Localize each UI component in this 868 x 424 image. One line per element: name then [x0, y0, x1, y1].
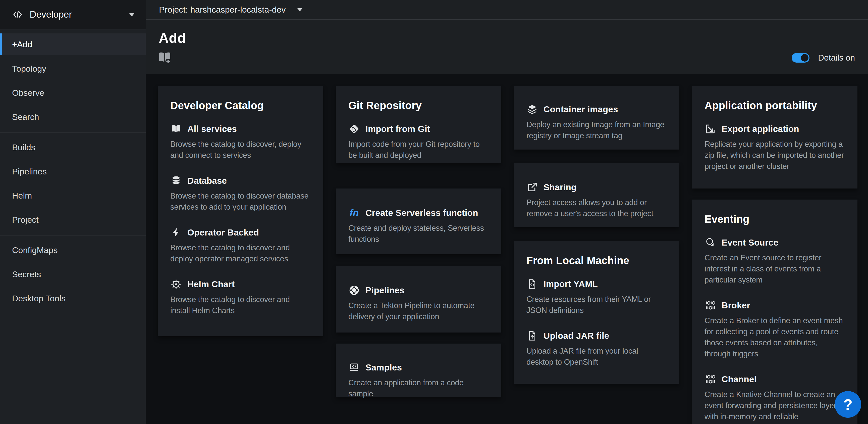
item-description: Create an Event source to register inter… [705, 252, 845, 285]
list-item: fn Create Serverless function Create and… [348, 207, 489, 245]
sidebar-item-observe[interactable]: Observe [0, 81, 146, 105]
event-source-icon [705, 237, 716, 248]
code-icon [12, 9, 23, 20]
card-title: Eventing [705, 213, 845, 225]
list-item: Container images Deploy an existing Imag… [526, 104, 667, 141]
item-description: Create resources from their YAML or JSON… [526, 294, 667, 316]
details-toggle-label: Details on [818, 53, 855, 63]
item-description: Create and deploy stateless, Serverless … [348, 223, 489, 245]
item-description: Replicate your application by exporting … [705, 139, 845, 172]
channel-icon [705, 373, 716, 385]
add-item-event-source[interactable]: Event Source [705, 237, 845, 248]
help-button[interactable]: ? [835, 391, 861, 418]
card-title: Git Repository [348, 100, 489, 112]
list-item: Helm Chart Browse the catalog to discove… [170, 279, 311, 316]
list-item: Event Source Create an Event source to r… [705, 237, 845, 285]
layers-icon [526, 104, 538, 115]
item-description: Create a Broker to define an event mesh … [705, 315, 845, 360]
project-selector[interactable]: Project: harshcasper-localsta-dev [146, 0, 868, 20]
card-eventing: Eventing Event Source Create an Event so… [692, 200, 858, 424]
item-description: Import code from your Git repository to … [348, 139, 489, 161]
card-samples: Samples Create an application from a cod… [336, 344, 501, 397]
sidebar-item-pipelines[interactable]: Pipelines [0, 159, 146, 183]
sidebar-item-configmaps[interactable]: ConfigMaps [0, 238, 146, 262]
chevron-down-icon [129, 13, 135, 16]
add-item-pipelines[interactable]: Pipelines [348, 284, 489, 296]
sidebar: Developer +Add Topology Observe Search B… [0, 0, 146, 424]
card-from-local-machine: From Local Machine Import YAML Create re… [514, 241, 679, 384]
page-header: Add Details on [146, 20, 868, 74]
card-title: Application portability [705, 100, 845, 112]
file-upload-icon [526, 330, 538, 342]
list-item: All services Browse the catalog to disco… [170, 123, 311, 161]
card-title: From Local Machine [526, 255, 667, 267]
project-selector-label: Project: harshcasper-localsta-dev [159, 5, 286, 15]
list-item: Database Browse the catalog to discover … [170, 175, 311, 213]
pipelines-icon [348, 284, 360, 296]
card-container-images: Container images Deploy an existing Imag… [514, 86, 679, 149]
sidebar-item-search[interactable]: Search [0, 105, 146, 129]
add-item-import-yaml[interactable]: Import YAML [526, 278, 667, 290]
item-description: Create a Tekton Pipeline to automate del… [348, 300, 489, 322]
helm-icon [170, 279, 182, 290]
bolt-icon [170, 227, 182, 238]
item-description: Create an application from a code sample [348, 377, 489, 399]
perspective-label: Developer [30, 9, 129, 20]
samples-icon [348, 362, 360, 373]
chevron-down-icon [298, 8, 302, 11]
add-item-create-serverless-function[interactable]: fn Create Serverless function [348, 207, 489, 219]
git-icon [348, 123, 360, 135]
card-pipelines: Pipelines Create a Tekton Pipeline to au… [336, 266, 501, 333]
item-description: Project access allows you to add or remo… [526, 197, 667, 219]
add-item-sharing[interactable]: Sharing [526, 181, 667, 193]
list-item: Broker Create a Broker to define an even… [705, 300, 845, 360]
add-item-export-application[interactable]: Export application [705, 123, 845, 135]
question-mark-icon: ? [843, 396, 853, 413]
add-item-channel[interactable]: Channel [705, 373, 845, 385]
toggle-knob [801, 54, 808, 62]
list-item: Pipelines Create a Tekton Pipeline to au… [348, 284, 489, 322]
guided-tour-book-plus-icon[interactable] [158, 51, 172, 64]
item-description: Deploy an existing Image from an Image r… [526, 119, 667, 141]
fn-icon: fn [348, 207, 360, 219]
list-item: Sharing Project access allows you to add… [526, 181, 667, 219]
database-icon [170, 175, 182, 187]
add-item-container-images[interactable]: Container images [526, 104, 667, 115]
add-item-upload-jar-file[interactable]: Upload JAR file [526, 330, 667, 342]
list-item: Channel Create a Knative Channel to crea… [705, 373, 845, 422]
sidebar-item-secrets[interactable]: Secrets [0, 262, 146, 286]
sidebar-item-desktop-tools[interactable]: Desktop Tools [0, 286, 146, 310]
add-item-import-from-git[interactable]: Import from Git [348, 123, 489, 135]
card-serverless-function: fn Create Serverless function Create and… [336, 189, 501, 254]
item-description: Browse the catalog to discover database … [170, 191, 311, 213]
sidebar-item-topology[interactable]: Topology [0, 57, 146, 81]
list-item: Samples Create an application from a cod… [348, 362, 489, 399]
item-description: Upload a JAR file from your local deskto… [526, 346, 667, 368]
nav-group-resources: Builds Pipelines Helm Project [0, 133, 146, 235]
item-description: Browse the catalog to discover and deplo… [170, 242, 311, 264]
card-title: Developer Catalog [170, 100, 311, 112]
add-item-operator-backed[interactable]: Operator Backed [170, 227, 311, 238]
export-icon [705, 123, 716, 135]
details-toggle[interactable] [792, 53, 809, 63]
list-item: Import YAML Create resources from their … [526, 278, 667, 316]
book-icon [170, 123, 182, 135]
add-item-all-services[interactable]: All services [170, 123, 311, 135]
share-icon [526, 181, 538, 193]
sidebar-item-builds[interactable]: Builds [0, 135, 146, 159]
card-application-portability: Application portability Export applicati… [692, 86, 858, 189]
file-code-icon [526, 278, 538, 290]
add-item-helm-chart[interactable]: Helm Chart [170, 279, 311, 290]
sidebar-item-helm[interactable]: Helm [0, 183, 146, 207]
add-item-broker[interactable]: Broker [705, 300, 845, 311]
nav-group-config: ConfigMaps Secrets Desktop Tools [0, 235, 146, 314]
details-toggle-row: Details on [792, 53, 855, 63]
sidebar-item-project[interactable]: Project [0, 207, 146, 232]
add-item-database[interactable]: Database [170, 175, 311, 187]
card-git-repository: Git Repository Import from Git Import co… [336, 86, 501, 163]
add-page-content: Developer Catalog All services Browse th… [146, 74, 868, 424]
sidebar-item-add[interactable]: +Add [0, 33, 146, 55]
add-item-samples[interactable]: Samples [348, 362, 489, 373]
list-item: Upload JAR file Upload a JAR file from y… [526, 330, 667, 368]
perspective-switcher[interactable]: Developer [0, 0, 146, 29]
